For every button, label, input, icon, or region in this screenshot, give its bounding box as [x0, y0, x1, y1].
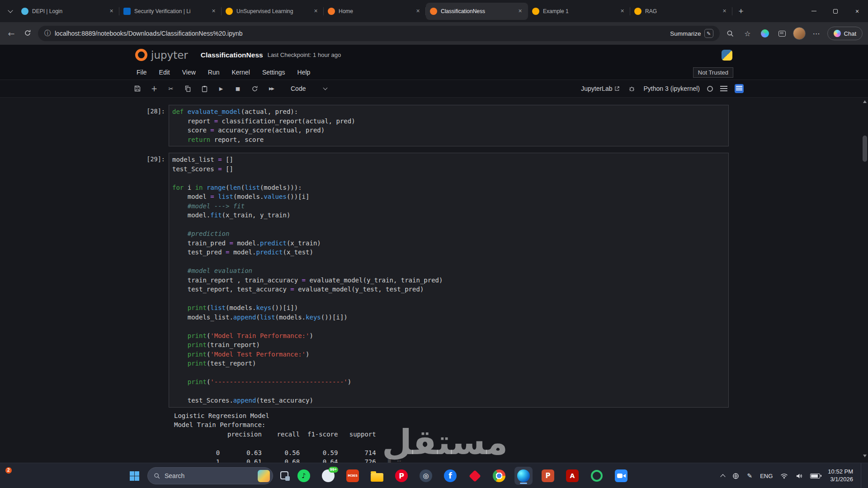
- menu-edit[interactable]: Edit: [159, 69, 170, 76]
- menu-run[interactable]: Run: [208, 69, 220, 76]
- save-icon[interactable]: [133, 84, 142, 93]
- jupyter-header: jupyter ClassificationNess Last Checkpoi…: [0, 45, 868, 65]
- volume-icon[interactable]: [796, 473, 802, 479]
- tab-favicon: [532, 8, 539, 15]
- minimize-button[interactable]: [803, 0, 825, 22]
- tab-close-icon[interactable]: ×: [210, 7, 217, 15]
- taskbar-app-powerpoint[interactable]: P: [539, 467, 557, 485]
- tab-close-icon[interactable]: ×: [108, 7, 115, 15]
- menu-help[interactable]: Help: [297, 69, 311, 76]
- taskbar-app-file-explorer[interactable]: [368, 467, 386, 485]
- show-desktop-button[interactable]: [861, 463, 863, 488]
- taskbar-app-microsoft-365[interactable]: M365: [344, 467, 362, 485]
- tab-close-icon[interactable]: ×: [312, 7, 320, 15]
- back-button[interactable]: ←: [5, 29, 17, 38]
- taskbar-app-green-ring-app[interactable]: [588, 467, 606, 485]
- taskbar-search[interactable]: Search: [147, 467, 273, 484]
- tab-close-icon[interactable]: ×: [414, 7, 422, 15]
- browser-essentials-icon[interactable]: [759, 27, 771, 40]
- open-jupyterlab-link[interactable]: JupyterLab: [581, 85, 620, 92]
- scrollbar-thumb[interactable]: [863, 136, 867, 162]
- trust-status-badge[interactable]: Not Trusted: [693, 67, 733, 78]
- weather-widget[interactable]: 2: [9, 470, 22, 483]
- notebook-cell[interactable]: [28]:def evaluate_model(actual, pred): r…: [0, 105, 862, 146]
- taskbar-app-obs-studio[interactable]: ◎: [417, 467, 435, 485]
- insert-cell-icon[interactable]: +: [150, 84, 159, 93]
- browser-tab[interactable]: UnSupervised Learning×: [222, 4, 324, 19]
- url-bar[interactable]: ⓘ localhost:8889/notebooks/Downloads/Cla…: [38, 26, 720, 41]
- taskbar-app-chat-app[interactable]: 99+: [319, 467, 337, 485]
- cell-type-select[interactable]: Code: [291, 85, 327, 92]
- browser-tab[interactable]: Security Verification | Li×: [119, 4, 222, 19]
- taskbar-app-acrobat[interactable]: A: [563, 467, 581, 485]
- settings-more-button[interactable]: ⋯: [810, 27, 823, 40]
- restart-kernel-icon[interactable]: [250, 84, 259, 93]
- scroll-up-icon[interactable]: [863, 100, 867, 103]
- menu-kernel[interactable]: Kernel: [231, 69, 250, 76]
- profile-avatar[interactable]: [793, 27, 806, 40]
- code-line: [172, 387, 725, 396]
- tab-search-button[interactable]: [4, 5, 17, 18]
- hidden-icons-chevron[interactable]: [721, 474, 726, 479]
- copy-icon[interactable]: [183, 84, 192, 93]
- menu-file[interactable]: File: [137, 69, 147, 76]
- favorites-star-icon[interactable]: ☆: [741, 27, 754, 40]
- stop-icon[interactable]: ■: [233, 84, 242, 93]
- site-info-icon[interactable]: ⓘ: [44, 29, 51, 38]
- debugger-icon[interactable]: [627, 84, 636, 93]
- code-line: models_list = []: [172, 155, 725, 164]
- browser-tab[interactable]: Example 1×: [528, 4, 630, 19]
- wifi-icon[interactable]: [780, 473, 788, 479]
- url-text[interactable]: localhost:8889/notebooks/Downloads/Class…: [55, 30, 666, 37]
- run-all-icon[interactable]: ▶▶: [267, 84, 276, 93]
- notebook-scrollbar[interactable]: [862, 98, 868, 463]
- checkpoint-status: Last Checkpoint: 1 hour ago: [268, 52, 341, 58]
- new-tab-button[interactable]: +: [734, 5, 748, 18]
- scroll-down-icon[interactable]: [863, 455, 867, 457]
- start-button[interactable]: [130, 471, 139, 481]
- maximize-button[interactable]: [825, 0, 846, 22]
- clock[interactable]: 10:52 PM 3/1/2026: [828, 468, 853, 483]
- taskbar-app-facebook[interactable]: f: [441, 467, 459, 485]
- notebook-area[interactable]: [28]:def evaluate_model(actual, pred): r…: [0, 98, 862, 463]
- kernel-name[interactable]: Python 3 (ipykernel): [643, 85, 700, 92]
- taskbar-app-pinterest[interactable]: P: [392, 467, 410, 485]
- code-editor[interactable]: models_list = []test_Scores = [] for i i…: [169, 153, 729, 408]
- paste-icon[interactable]: [200, 84, 209, 93]
- globe-icon[interactable]: [732, 473, 739, 479]
- refresh-button[interactable]: [22, 29, 33, 38]
- python-logo: [722, 50, 732, 61]
- code-editor[interactable]: def evaluate_model(actual, pred): report…: [169, 105, 729, 146]
- taskbar-app-chrome[interactable]: [490, 467, 508, 485]
- close-button[interactable]: ×: [846, 0, 868, 22]
- notebook-title[interactable]: ClassificationNess: [201, 51, 263, 59]
- taskbar-app-zoom[interactable]: [612, 467, 630, 485]
- notebook-cell[interactable]: [29]:models_list = []test_Scores = [] fo…: [0, 153, 862, 408]
- tab-close-icon[interactable]: ×: [516, 7, 524, 15]
- taskbar-app-red-diamond-app[interactable]: [466, 467, 484, 485]
- tab-close-icon[interactable]: ×: [618, 7, 626, 15]
- browser-tab[interactable]: RAG×: [630, 4, 732, 19]
- menu-settings[interactable]: Settings: [262, 69, 285, 76]
- code-line: print('Model Train Performance:'): [172, 331, 725, 341]
- view-menu-icon[interactable]: [720, 86, 727, 91]
- language-indicator[interactable]: ENG: [760, 473, 773, 479]
- taskbar-app-spotify[interactable]: ♪: [295, 467, 313, 485]
- browser-tab[interactable]: ClassificationNess×: [426, 3, 528, 20]
- find-icon[interactable]: [724, 27, 737, 40]
- pen-icon[interactable]: ✎: [747, 472, 752, 479]
- collections-icon[interactable]: [776, 27, 788, 40]
- cut-icon[interactable]: ✂: [166, 84, 175, 93]
- task-view-button[interactable]: [280, 471, 288, 479]
- browser-tab[interactable]: Home×: [324, 4, 426, 19]
- taskbar-app-edge[interactable]: [514, 467, 533, 485]
- tab-close-icon[interactable]: ×: [721, 7, 728, 15]
- menu-view[interactable]: View: [182, 69, 196, 76]
- battery-icon[interactable]: [810, 474, 820, 479]
- run-icon[interactable]: ▶: [217, 84, 226, 93]
- copilot-chat-button[interactable]: Chat: [827, 27, 863, 40]
- browser-tab[interactable]: DEPI | Login×: [17, 4, 119, 19]
- side-panel-icon[interactable]: [735, 84, 744, 93]
- search-highlight-image[interactable]: [258, 470, 270, 482]
- summarize-button[interactable]: Summarize ✎: [670, 29, 713, 38]
